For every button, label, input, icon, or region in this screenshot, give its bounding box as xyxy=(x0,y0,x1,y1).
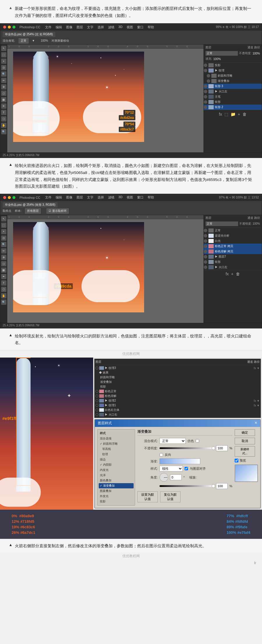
zoom-tool[interactable]: 🔍 xyxy=(1,129,6,134)
scale-slider[interactable] xyxy=(160,485,214,487)
gradient-tool[interactable]: ▦ xyxy=(1,97,6,102)
layer-visibility-toggle[interactable] xyxy=(204,95,207,98)
layer-visibility-toggle[interactable] xyxy=(204,100,207,104)
layer-item-wenli[interactable]: ▶ 纹理 xyxy=(204,68,262,73)
scale-input[interactable] xyxy=(216,483,228,489)
layer-visibility-toggle[interactable] xyxy=(204,64,207,67)
gradient-style-select[interactable]: 线性 xyxy=(160,466,183,471)
style-item-contour[interactable]: 等高线 xyxy=(101,446,134,452)
preview-checkbox[interactable] xyxy=(235,459,238,462)
eye-wenli3[interactable] xyxy=(95,367,98,369)
cancel-button[interactable]: 取消 xyxy=(235,438,255,444)
lasso-tool-2[interactable]: ⌖ xyxy=(1,229,6,234)
eyedropper-tool-2[interactable]: 🔍 xyxy=(1,242,6,247)
minimize-button-2[interactable] xyxy=(8,196,11,199)
style-item-blending[interactable]: 样式 xyxy=(99,431,134,436)
layer-white[interactable]: 白光 xyxy=(204,238,262,244)
minimize-button[interactable] xyxy=(8,26,11,29)
lasso-tool[interactable]: ⌖ xyxy=(1,59,6,64)
crop-tool[interactable]: ⊡ xyxy=(1,65,6,70)
opacity-slider[interactable] xyxy=(160,447,214,449)
style-item-bevel[interactable]: ✓ 斜面和浮雕 xyxy=(99,441,134,446)
align-with-layer-checkbox[interactable] xyxy=(185,467,188,470)
layer-item-group1[interactable]: ▶ 火口左 xyxy=(204,89,262,94)
shape-tool[interactable]: ⬡ xyxy=(1,116,6,122)
doc-tab-active[interactable]: 毕业作品.psc @ 254% (左:右 RGB/8) xyxy=(3,32,55,37)
text-tool-2[interactable]: T xyxy=(1,280,6,286)
select-tool-2[interactable]: ⬚ xyxy=(1,223,6,228)
reverse-checkbox[interactable] xyxy=(160,453,163,457)
hand-tool[interactable]: ✋ xyxy=(1,123,6,128)
add-mask-btn[interactable]: ⬚ xyxy=(224,112,228,117)
layer-wenli1[interactable]: ▶ 纹理1 fx ▼ xyxy=(95,403,260,407)
layer-normal[interactable]: 正常 xyxy=(204,228,262,233)
gradient-picker[interactable] xyxy=(160,458,200,464)
layer-wenli2[interactable]: ▶ 纹理2 fx ▼ xyxy=(95,399,260,403)
zoom-tool-2[interactable]: 🔍 xyxy=(1,300,6,305)
style-item-stroke[interactable]: 描边 xyxy=(99,457,134,462)
new-layer-btn-2[interactable]: + xyxy=(231,272,233,276)
layer-pink-d[interactable]: 粉色溶解 xyxy=(95,394,260,398)
angle-input[interactable] xyxy=(170,474,182,480)
shape-tool-2[interactable]: ⬡ xyxy=(1,287,6,292)
move-tool[interactable]: ↖ xyxy=(1,46,6,51)
layer-light[interactable]: 逆逆光分析 xyxy=(204,233,262,238)
crop-tool-2[interactable]: ⊡ xyxy=(1,235,6,241)
layer-wenli3[interactable]: ▶ 纹理3 fx ▼ xyxy=(95,366,260,370)
select-tool[interactable]: ⬚ xyxy=(1,52,6,57)
layer-pink-n[interactable]: 粉色正常 xyxy=(95,389,260,393)
layer-group7[interactable]: ▶ 图层7 xyxy=(204,254,262,259)
blend-mode-select[interactable]: 正常 xyxy=(160,438,186,444)
new-style-button[interactable]: 新建样式... xyxy=(235,446,255,457)
layer-firemouth[interactable]: ▶ 火口右 xyxy=(95,413,260,417)
delete-layer-btn[interactable]: 🗑 xyxy=(242,112,247,117)
close-button[interactable] xyxy=(3,26,6,29)
angle-dial[interactable] xyxy=(160,473,168,482)
eyedropper-tool[interactable]: 🔍 xyxy=(1,71,6,77)
text-tool[interactable]: T xyxy=(1,110,6,115)
layer-pink-normal[interactable]: 粉色正常 拷贝 xyxy=(204,244,262,249)
layer-item-zhubi[interactable]: 主笔 xyxy=(204,94,262,99)
layer-item-gradient1[interactable]: 渐变叠加 xyxy=(207,78,262,84)
layer-item-effect1[interactable]: 斜面和浮雕 xyxy=(207,73,262,78)
maximize-button[interactable] xyxy=(13,26,15,29)
opacity-input[interactable] xyxy=(216,445,228,451)
reset-default-btn[interactable]: 复位为默认值 xyxy=(160,491,180,502)
style-item-gradient-overlay[interactable]: ✓ 渐变叠加 xyxy=(99,483,134,488)
style-item-pattern[interactable]: 图案叠加 xyxy=(99,488,134,494)
layer-visibility-toggle[interactable] xyxy=(204,105,207,109)
hand-tool-2[interactable]: ✋ xyxy=(1,293,6,298)
eraser-tool-2[interactable]: ◻ xyxy=(1,261,6,266)
move-tool-2[interactable]: ↖ xyxy=(1,216,6,221)
layer-visibility-toggle[interactable] xyxy=(204,90,207,93)
brush-tool-2[interactable]: ✏ xyxy=(1,248,6,254)
layer-juxing-group[interactable]: 矩形 xyxy=(204,259,262,265)
add-effect-btn-2[interactable]: fx xyxy=(226,272,229,276)
set-default-btn[interactable]: 设置为默认值 xyxy=(137,491,158,502)
new-group-btn[interactable]: 📁 xyxy=(231,112,236,117)
delete-layer-btn-2[interactable]: 🗑 xyxy=(236,272,240,276)
style-item-options[interactable]: 混合选项 xyxy=(99,436,134,441)
clone-tool[interactable]: ⊕ xyxy=(1,84,6,89)
layer-huokou[interactable]: ▶ 火口左 xyxy=(204,265,262,270)
style-item-outer-glow[interactable]: 外发光 xyxy=(99,494,134,499)
style-item-drop-shadow[interactable]: 投影 xyxy=(99,499,134,504)
ok-button[interactable]: 确定 xyxy=(235,429,255,436)
layer-item-juxing3[interactable]: 矩形 3 xyxy=(204,84,262,89)
close-button-2[interactable] xyxy=(3,196,6,199)
layer-white-main[interactable]: 白色右主体 xyxy=(95,408,260,412)
layer-visibility-toggle[interactable] xyxy=(204,85,207,88)
layer-item-juxing[interactable]: 矩形 xyxy=(204,99,262,105)
dither-checkbox[interactable] xyxy=(196,439,199,443)
style-item-texture[interactable]: 纹理 xyxy=(101,452,134,457)
pen-tool-2[interactable]: ✒ xyxy=(1,274,6,279)
doc-tab-active-2[interactable]: 毕业作品.psc @ 254% (矩形 3, RGB/8) xyxy=(3,202,58,207)
clone-tool-2[interactable]: ⊕ xyxy=(1,255,6,260)
style-item-color-overlay[interactable]: 颜色叠加 xyxy=(99,478,134,483)
layer-visibility-toggle[interactable] xyxy=(207,74,210,78)
layer-item-touying[interactable]: 投影 xyxy=(204,63,262,68)
brush-tool[interactable]: ✏ xyxy=(1,78,6,83)
maximize-button-2[interactable] xyxy=(13,196,15,199)
layer-visibility-toggle[interactable] xyxy=(207,79,210,83)
new-layer-btn[interactable]: + xyxy=(238,112,240,117)
